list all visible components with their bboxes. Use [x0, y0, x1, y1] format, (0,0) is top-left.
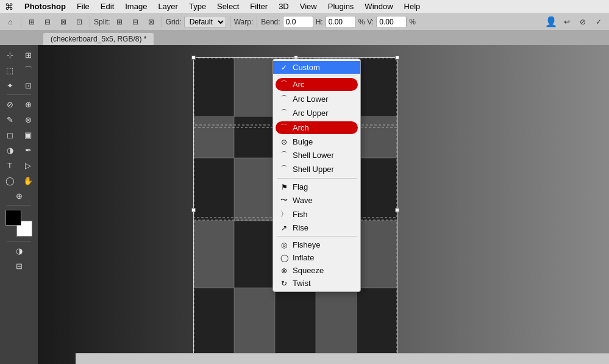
h-input[interactable] — [326, 16, 356, 28]
crop-tool[interactable]: ⊡ — [20, 78, 37, 93]
warp-option-inflate[interactable]: ◯ Inflate — [273, 251, 360, 264]
menu-window[interactable]: Window — [360, 1, 397, 12]
home-icon[interactable]: ⌂ — [4, 15, 17, 29]
bulge-icon: ⊙ — [279, 138, 289, 146]
warp-option-shell-upper[interactable]: ⌒ Shell Upper — [273, 162, 360, 176]
split2-icon[interactable]: ⊟ — [129, 15, 142, 29]
eraser-tool[interactable]: ◻ — [1, 127, 18, 142]
warp-option-squeeze[interactable]: ⊗ Squeeze — [273, 264, 360, 277]
marquee-tool[interactable]: ⬚ — [1, 63, 18, 77]
menu-plugins[interactable]: Plugins — [323, 1, 359, 12]
svg-rect-22 — [275, 288, 316, 362]
magic-wand-tool[interactable]: ✦ — [1, 78, 18, 93]
warp-option-fish-label: Fish — [293, 210, 308, 219]
warp-option-fisheye[interactable]: ◎ Fisheye — [273, 238, 360, 251]
handle-tl[interactable] — [191, 55, 196, 60]
menu-image[interactable]: Image — [120, 1, 152, 12]
warp-dropdown: ✓ Custom ⌒ Arc ⌒ Arc Lower ⌒ Arc Upper — [272, 59, 361, 292]
warp-option-wave-label: Wave — [293, 196, 313, 205]
options-toolbar: ⌂ ⊞ ⊟ ⊠ ⊡ Split: ⊞ ⊟ ⊠ Grid: Default 3x3… — [0, 13, 609, 30]
percent1: % — [358, 18, 365, 26]
menu-type[interactable]: Type — [184, 1, 211, 12]
grid-icon[interactable]: ⊟ — [41, 15, 54, 29]
warp-option-flag[interactable]: ⚑ Flag — [273, 180, 360, 193]
warp-option-fish[interactable]: 〉 Fish — [273, 207, 360, 221]
hand-tool[interactable]: ✋ — [20, 173, 37, 188]
move-tool[interactable]: ⊹ — [1, 48, 18, 62]
dodge-tool[interactable]: ◑ — [1, 143, 18, 157]
warp-option-arch[interactable]: ⌒ Arch — [276, 121, 358, 134]
v-input[interactable] — [376, 16, 407, 28]
warp-option-shell-lower[interactable]: ⌒ Shell Lower — [273, 148, 360, 162]
warp-option-rise[interactable]: ↗ Rise — [273, 221, 360, 234]
warp-option-arc-lower[interactable]: ⌒ Arc Lower — [273, 92, 360, 106]
menu-layer[interactable]: Layer — [153, 1, 183, 12]
path-tool[interactable]: ▷ — [20, 158, 37, 173]
menubar: ⌘ Photoshop File Edit Image Layer Type S… — [0, 0, 609, 13]
menu-edit[interactable]: Edit — [96, 1, 119, 12]
lasso-tool[interactable]: ⌒ — [20, 63, 37, 77]
svg-rect-14 — [357, 158, 397, 221]
menu-view[interactable]: View — [295, 1, 322, 12]
quick-mask-icon[interactable]: ◑ — [10, 243, 27, 258]
document-tab[interactable]: (checkerboard_5x5, RGB/8) * — [43, 32, 154, 45]
shell-upper-icon: ⌒ — [279, 164, 289, 174]
shape-tool[interactable]: ◯ — [1, 173, 18, 188]
commit-icon[interactable]: ✓ — [592, 15, 605, 29]
menu-3d[interactable]: 3D — [274, 1, 294, 12]
handle-ml[interactable] — [191, 208, 196, 212]
handle-tr[interactable] — [395, 55, 399, 60]
warp-option-twist[interactable]: ↻ Twist — [273, 277, 360, 290]
warp-option-custom[interactable]: ✓ Custom — [273, 61, 360, 74]
redo-icon[interactable]: ⊘ — [576, 15, 589, 29]
menu-select[interactable]: Select — [212, 1, 244, 12]
menu-file[interactable]: File — [72, 1, 94, 12]
dropdown-separator2 — [277, 178, 357, 179]
brush-tool[interactable]: ✎ — [1, 112, 18, 127]
menu-filter[interactable]: Filter — [245, 1, 272, 12]
avatar-icon[interactable]: 👤 — [544, 15, 558, 29]
warp-option-arc-upper-label: Arc Upper — [293, 109, 329, 118]
zoom-tool[interactable]: ⊕ — [10, 188, 27, 203]
split1-icon[interactable]: ⊞ — [113, 15, 126, 29]
type-tool[interactable]: T — [1, 158, 18, 173]
heal-tool[interactable]: ⊕ — [20, 97, 37, 112]
pen-tool[interactable]: ✒ — [20, 143, 37, 157]
warp-option-bulge[interactable]: ⊙ Bulge — [273, 135, 360, 148]
grid-select[interactable]: Default 3x3 4x4 — [184, 16, 226, 28]
artboard-tool[interactable]: ⊞ — [20, 48, 37, 62]
svg-rect-23 — [316, 288, 357, 362]
warp-option-wave[interactable]: 〜 Wave — [273, 193, 360, 207]
menu-photoshop[interactable]: Photoshop — [20, 1, 71, 12]
dropdown-separator3 — [277, 236, 357, 237]
split-label: Split: — [94, 18, 110, 26]
grid2-icon[interactable]: ⊠ — [57, 15, 70, 29]
warp-option-fisheye-label: Fisheye — [293, 240, 321, 249]
warp-option-arc[interactable]: ⌒ Arc — [276, 78, 358, 91]
stamp-tool[interactable]: ⊗ — [20, 112, 37, 127]
transform-icon[interactable]: ⊞ — [25, 15, 38, 29]
svg-rect-6 — [234, 116, 275, 158]
separator2 — [90, 16, 90, 27]
bend-input[interactable] — [283, 16, 313, 28]
svg-rect-21 — [234, 288, 275, 362]
gradient-tool[interactable]: ▣ — [20, 127, 37, 142]
warp-option-squeeze-label: Squeeze — [293, 266, 324, 275]
warp-option-twist-label: Twist — [293, 279, 311, 288]
svg-rect-15 — [193, 221, 234, 288]
undo-icon[interactable]: ↩ — [560, 15, 574, 29]
grid3-icon[interactable]: ⊡ — [73, 15, 86, 29]
warp-option-arc-upper[interactable]: ⌒ Arc Upper — [273, 106, 360, 120]
dropdown-separator — [277, 76, 357, 76]
warp-option-bulge-label: Bulge — [293, 137, 313, 146]
foreground-color-swatch[interactable] — [5, 210, 21, 226]
eyedropper-tool[interactable]: ⊘ — [1, 97, 18, 112]
left-toolbar: ⊹ ⊞ ⬚ ⌒ ✦ ⊡ ⊘ ⊕ ✎ ⊗ ◻ ▣ ◑ ✒ T ▷ — [0, 45, 38, 364]
arc-upper-icon: ⌒ — [279, 108, 289, 118]
menu-help[interactable]: Help — [399, 1, 426, 12]
screen-mode-icon[interactable]: ⊟ — [10, 259, 27, 273]
handle-mr[interactable] — [395, 208, 399, 212]
apple-menu[interactable]: ⌘ — [5, 2, 13, 12]
split3-icon[interactable]: ⊠ — [144, 15, 158, 29]
bottom-bar — [76, 353, 609, 364]
